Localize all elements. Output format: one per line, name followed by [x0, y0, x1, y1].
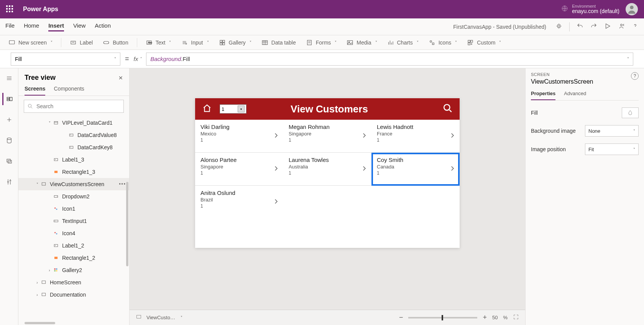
button-button[interactable]: Button	[100, 38, 131, 48]
chevron-right-icon[interactable]	[449, 132, 456, 140]
scrollbar-thumb[interactable]	[126, 182, 128, 266]
app-checker-icon[interactable]	[555, 23, 562, 31]
tree-item[interactable]: Dropdown2	[18, 190, 129, 203]
share-button[interactable]	[618, 23, 625, 31]
charts-dropdown[interactable]: Charts˅	[384, 38, 422, 48]
help-icon[interactable]: ?	[631, 72, 639, 80]
zoom-out-button[interactable]: −	[399, 313, 403, 322]
tree-item[interactable]: Icon1	[18, 203, 129, 215]
menu-item-action[interactable]: Action	[95, 22, 111, 31]
fill-color-picker[interactable]	[622, 107, 639, 118]
media-rail-button[interactable]	[3, 155, 15, 167]
tree-item[interactable]: Rectangle1_3	[18, 166, 129, 178]
tree-item-icon	[53, 157, 59, 163]
tree-item[interactable]: Label1_2	[18, 239, 129, 252]
menu-item-insert[interactable]: Insert	[48, 22, 64, 31]
chevron-right-icon[interactable]	[361, 165, 368, 173]
gallery-item[interactable]: Lewis HadnottFrance1	[371, 120, 460, 153]
media-dropdown[interactable]: Media˅	[343, 38, 380, 48]
tree-item[interactable]: ›Gallery2	[18, 264, 129, 276]
data-table-button[interactable]: Data table	[258, 38, 299, 48]
tree-item[interactable]: TextInput1	[18, 215, 129, 227]
tree-item[interactable]: Icon4	[18, 227, 129, 239]
gallery-item[interactable]: Megan RohmanSingapore1	[283, 120, 371, 153]
new-screen-button[interactable]: New screen˅	[5, 38, 56, 48]
chevron-right-icon[interactable]	[361, 132, 368, 140]
waffle-icon[interactable]	[6, 5, 14, 13]
tree-item[interactable]: ›Documentation	[18, 289, 129, 301]
tree-item[interactable]: ›HomeScreen	[18, 276, 129, 289]
tree-item[interactable]: DataCardKey8	[18, 141, 129, 153]
app-preview[interactable]: 1 ▾ View Customers Viki DarlingMexico1Me…	[195, 98, 460, 248]
property-selector[interactable]: Fill ˅	[11, 53, 120, 66]
properties-tab-advanced[interactable]: Advanced	[564, 91, 586, 100]
advanced-rail-button[interactable]	[3, 176, 15, 188]
menu-item-file[interactable]: File	[5, 22, 15, 31]
zoom-slider[interactable]	[408, 317, 477, 318]
home-icon[interactable]	[202, 103, 212, 115]
forms-dropdown[interactable]: Forms˅	[303, 38, 340, 48]
zoom-in-button[interactable]: +	[483, 313, 487, 322]
tree-view-rail-button[interactable]	[2, 93, 15, 105]
svg-rect-32	[54, 122, 58, 124]
horizontal-scrollbar[interactable]	[18, 321, 129, 325]
gallery-item[interactable]: Alonso ParteeSingapore1	[195, 153, 283, 186]
chevron-right-icon[interactable]	[449, 165, 456, 173]
chevron-icon[interactable]: ›	[34, 293, 41, 297]
label-button[interactable]: Label	[67, 38, 96, 48]
chevron-icon[interactable]: ›	[34, 280, 41, 285]
text-dropdown[interactable]: Abc Text˅	[143, 38, 174, 48]
close-icon[interactable]: ✕	[118, 75, 123, 81]
chevron-down-icon[interactable]: ˅	[181, 315, 182, 320]
properties-tab-properties[interactable]: Properties	[531, 91, 555, 100]
undo-button[interactable]	[577, 23, 583, 31]
chevron-icon[interactable]: ˅	[46, 121, 53, 125]
chevron-icon[interactable]: ›	[46, 268, 53, 272]
tree-item[interactable]: ˅ViewCustomersScreen•••	[18, 178, 129, 190]
chevron-right-icon[interactable]	[273, 198, 279, 206]
user-avatar[interactable]	[626, 3, 638, 15]
insert-rail-button[interactable]	[3, 114, 15, 126]
tree-item[interactable]: Rectangle1_2	[18, 252, 129, 264]
environment-selector[interactable]: Environment enayu.com (default)	[561, 4, 619, 14]
svg-point-29	[7, 181, 8, 183]
icons-dropdown[interactable]: Icons˅	[426, 38, 460, 48]
gallery-dropdown[interactable]: Gallery˅	[216, 38, 255, 48]
tree-item-label: TextInput1	[62, 218, 87, 224]
formula-input[interactable]: Background.Fill ˅	[146, 53, 633, 66]
fit-screen-icon[interactable]	[513, 314, 519, 322]
help-button[interactable]	[632, 23, 639, 31]
customer-name: Laurena Towles	[289, 157, 366, 163]
tree-tab-screens[interactable]: Screens	[25, 86, 45, 96]
menu-item-view[interactable]: View	[73, 22, 85, 31]
tree-search-input[interactable]	[24, 100, 124, 113]
gallery-item[interactable]: Coy SmithCanada1	[371, 153, 460, 186]
svg-rect-53	[137, 315, 141, 318]
play-button[interactable]	[604, 23, 611, 31]
search-icon[interactable]	[443, 103, 453, 115]
gallery-item[interactable]: Laurena TowlesAustralia1	[283, 153, 371, 186]
menu-item-home[interactable]: Home	[24, 22, 39, 31]
input-dropdown[interactable]: Input˅	[178, 38, 212, 48]
more-icon[interactable]: •••	[119, 181, 126, 187]
tree-list[interactable]: ˅VIPLevel_DataCard1DataCardValue8DataCar…	[18, 117, 129, 321]
gallery-item[interactable]: Viki DarlingMexico1	[195, 120, 283, 153]
gallery-item[interactable]: Anitra OslundBrazil1	[195, 186, 283, 219]
img-pos-select[interactable]: Fit˅	[585, 144, 639, 155]
redo-button[interactable]	[590, 23, 597, 31]
data-rail-button[interactable]	[3, 134, 15, 147]
tree-item[interactable]: ˅VIPLevel_DataCard1	[18, 117, 129, 129]
custom-dropdown[interactable]: Custom˅	[464, 38, 504, 48]
breadcrumb-text[interactable]: ViewCusto…	[146, 315, 175, 320]
bg-image-select[interactable]: None˅	[585, 125, 639, 137]
chevron-icon[interactable]: ˅	[34, 182, 41, 186]
formula-expand-icon[interactable]: ˅	[627, 57, 629, 61]
tree-item[interactable]: Label1_3	[18, 153, 129, 166]
chevron-right-icon[interactable]	[273, 132, 279, 140]
hamburger-icon[interactable]	[3, 72, 15, 84]
customer-num: 1	[377, 137, 454, 143]
tree-tab-components[interactable]: Components	[54, 86, 84, 96]
chevron-right-icon[interactable]	[273, 165, 279, 173]
tree-item[interactable]: DataCardValue8	[18, 129, 129, 141]
fx-label[interactable]: fx˅	[134, 56, 142, 62]
